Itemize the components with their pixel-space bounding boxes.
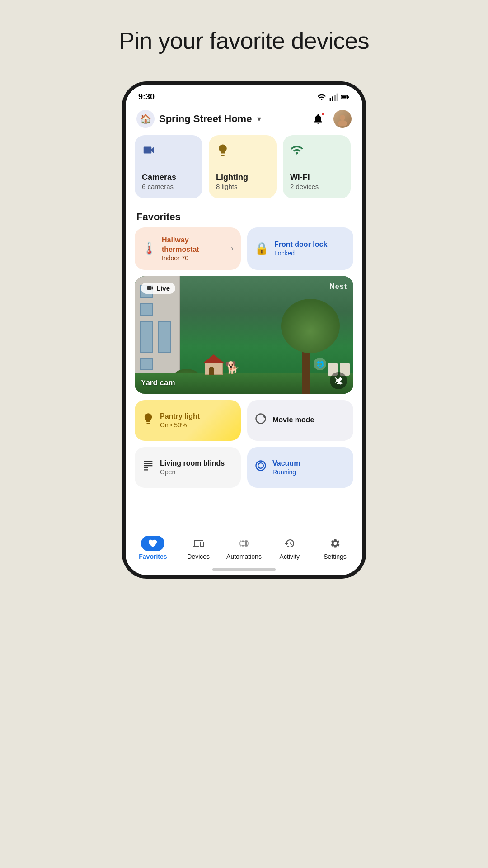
blinds-card[interactable]: Living room blinds Open bbox=[135, 447, 241, 488]
settings-nav-icon bbox=[330, 538, 341, 549]
dog-house bbox=[202, 355, 225, 375]
wifi-signal-icon bbox=[317, 93, 326, 102]
avatar-image bbox=[335, 112, 350, 126]
pantry-light-info: Pantry light On • 50% bbox=[160, 412, 200, 429]
svg-point-7 bbox=[340, 115, 345, 120]
camera-mute-button[interactable] bbox=[330, 372, 347, 389]
dog-figure: 🐕 bbox=[225, 361, 239, 375]
bottom-nav: Favorites Devices Automations Activity bbox=[126, 529, 362, 565]
header-actions bbox=[309, 110, 352, 128]
home-icon-bg: 🏠 bbox=[136, 110, 155, 128]
nav-item-automations[interactable]: Automations bbox=[221, 536, 267, 560]
pantry-light-name: Pantry light bbox=[160, 412, 200, 421]
thermostat-arrow-icon: › bbox=[231, 244, 234, 253]
svg-rect-1 bbox=[332, 96, 333, 101]
activity-nav-label: Activity bbox=[280, 553, 300, 560]
nav-item-devices[interactable]: Devices bbox=[176, 536, 221, 560]
chevron-down-icon: ▾ bbox=[257, 114, 261, 124]
thermostat-info: Hallway thermostat Indoor 70 bbox=[162, 236, 225, 262]
lighting-icon bbox=[216, 143, 269, 160]
home-icon: 🏠 bbox=[140, 113, 151, 124]
cameras-icon bbox=[142, 143, 195, 160]
category-cards-section: Cameras 6 cameras Lighting 8 lights bbox=[126, 135, 362, 205]
nav-devices-plain bbox=[187, 536, 210, 551]
status-icons bbox=[317, 93, 350, 102]
vacuum-status: Running bbox=[272, 468, 300, 476]
camera-feed-card[interactable]: 🐕 🌐 Live Nest Yard cam bbox=[135, 276, 353, 394]
svg-point-8 bbox=[338, 120, 347, 126]
settings-nav-label: Settings bbox=[324, 553, 347, 560]
lighting-label: Lighting bbox=[216, 173, 269, 183]
category-card-cameras[interactable]: Cameras 6 cameras bbox=[135, 135, 202, 198]
devices-nav-label: Devices bbox=[187, 553, 210, 560]
svg-rect-6 bbox=[342, 96, 347, 98]
status-bar: 9:30 bbox=[126, 85, 362, 105]
live-label: Live bbox=[156, 284, 170, 292]
devices-row-2: Living room blinds Open Vacuum Running bbox=[126, 447, 362, 488]
devices-nav-icon bbox=[193, 538, 204, 549]
favorites-row: 🌡️ Hallway thermostat Indoor 70 › 🔒 Fron… bbox=[126, 227, 362, 270]
lock-status: Locked bbox=[274, 250, 346, 257]
svg-rect-0 bbox=[330, 98, 331, 101]
cameras-label: Cameras bbox=[142, 173, 195, 183]
movie-mode-name: Movie mode bbox=[272, 415, 314, 425]
cameras-count: 6 cameras bbox=[142, 183, 195, 190]
phone-frame: 9:30 🏠 Spring Street Home ▾ bbox=[122, 81, 366, 579]
lock-icon: 🔒 bbox=[254, 241, 269, 255]
vacuum-card[interactable]: Vacuum Running bbox=[247, 447, 353, 488]
svg-rect-5 bbox=[348, 96, 349, 98]
tree-canopy bbox=[281, 299, 340, 353]
nav-settings-plain bbox=[324, 536, 347, 551]
pantry-light-card[interactable]: Pantry light On • 50% bbox=[135, 400, 241, 441]
devices-row-1: Pantry light On • 50% Movie mode bbox=[126, 400, 362, 441]
thermostat-status: Indoor 70 bbox=[162, 255, 225, 262]
blinds-info: Living room blinds Open bbox=[160, 459, 225, 476]
lock-info: Front door lock Locked bbox=[274, 240, 346, 257]
notification-button[interactable] bbox=[309, 110, 327, 128]
window-5 bbox=[140, 358, 153, 370]
category-card-lighting[interactable]: Lighting 8 lights bbox=[209, 135, 277, 198]
home-selector[interactable]: 🏠 Spring Street Home ▾ bbox=[136, 110, 261, 128]
nav-item-favorites[interactable]: Favorites bbox=[130, 536, 176, 560]
wifi-icon bbox=[290, 143, 343, 160]
page-title: Pin your favorite devices bbox=[119, 27, 369, 54]
movie-mode-icon bbox=[254, 412, 267, 428]
category-card-wifi[interactable]: Wi-Fi 2 devices bbox=[283, 135, 351, 198]
window-3 bbox=[140, 321, 153, 353]
notification-dot bbox=[321, 112, 325, 116]
status-time: 9:30 bbox=[138, 92, 155, 102]
favorites-nav-label: Favorites bbox=[139, 553, 167, 560]
blinds-name: Living room blinds bbox=[160, 459, 225, 468]
home-name: Spring Street Home bbox=[159, 113, 252, 125]
nest-badge: Nest bbox=[329, 283, 347, 291]
movie-mode-card[interactable]: Movie mode bbox=[247, 400, 353, 441]
signal-bars-icon bbox=[329, 93, 338, 102]
window-4 bbox=[158, 321, 171, 353]
lock-name: Front door lock bbox=[274, 240, 346, 250]
activity-nav-icon bbox=[284, 538, 295, 549]
lighting-count: 8 lights bbox=[216, 183, 269, 190]
app-header: 🏠 Spring Street Home ▾ bbox=[126, 105, 362, 135]
movie-mode-info: Movie mode bbox=[272, 415, 314, 425]
svg-rect-2 bbox=[334, 95, 336, 101]
vacuum-name: Vacuum bbox=[272, 459, 300, 468]
nav-automations-plain bbox=[232, 536, 256, 551]
favorite-thermostat-card[interactable]: 🌡️ Hallway thermostat Indoor 70 › bbox=[135, 227, 241, 270]
user-avatar[interactable] bbox=[333, 110, 352, 128]
camera-scene: 🐕 🌐 bbox=[135, 276, 353, 394]
favorite-lock-card[interactable]: 🔒 Front door lock Locked bbox=[247, 227, 353, 270]
nav-activity-plain bbox=[278, 536, 301, 551]
nav-item-activity[interactable]: Activity bbox=[267, 536, 312, 560]
svg-rect-3 bbox=[337, 93, 338, 101]
favorites-nav-icon bbox=[148, 538, 158, 548]
pantry-light-icon bbox=[142, 412, 155, 428]
favorites-section-label: Favorites bbox=[126, 205, 362, 227]
home-indicator bbox=[212, 568, 276, 571]
pantry-light-status: On • 50% bbox=[160, 421, 200, 429]
camera-live-badge: Live bbox=[141, 283, 175, 294]
nav-item-settings[interactable]: Settings bbox=[312, 536, 358, 560]
globe-icon: 🌐 bbox=[314, 358, 326, 370]
blinds-status: Open bbox=[160, 468, 225, 476]
battery-icon bbox=[341, 93, 350, 102]
automations-nav-icon bbox=[239, 538, 249, 549]
